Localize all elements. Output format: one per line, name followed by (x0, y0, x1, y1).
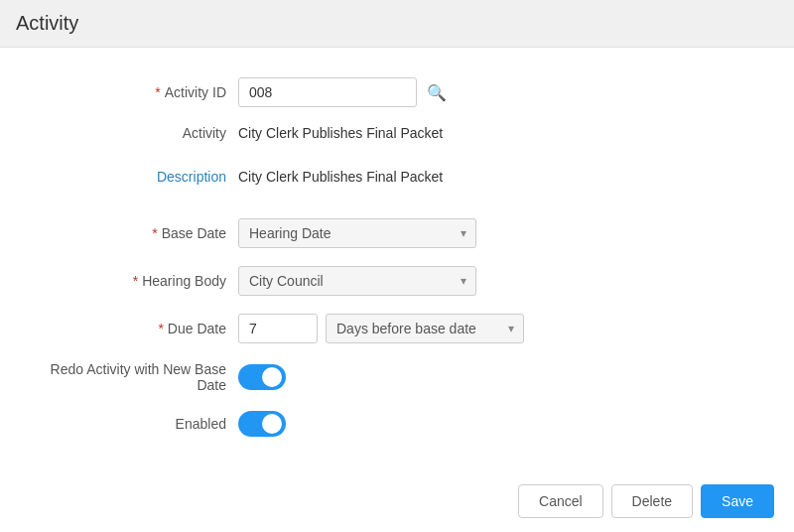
enabled-slider (238, 411, 286, 437)
description-row: Description City Clerk Publishes Final P… (0, 169, 794, 185)
due-date-input[interactable] (238, 314, 318, 343)
save-button[interactable]: Save (701, 484, 774, 518)
due-date-wrapper: Days before base date ▾ (238, 314, 524, 343)
redo-activity-label: Redo Activity with New Base Date (40, 361, 238, 393)
redo-activity-row: Redo Activity with New Base Date (0, 361, 794, 393)
footer-buttons: Cancel Delete Save (518, 484, 774, 518)
enabled-label: Enabled (40, 416, 238, 432)
due-date-unit-select[interactable]: Days before base date (326, 314, 524, 343)
search-icon: 🔍 (427, 84, 447, 101)
required-star-3: * (133, 273, 138, 289)
base-date-label: *Base Date (40, 225, 238, 241)
hearing-body-label: *Hearing Body (40, 273, 238, 289)
required-star-4: * (158, 321, 163, 336)
activity-label: Activity (40, 125, 238, 141)
title-bar: Activity (0, 0, 794, 48)
main-content: *Activity ID 🔍 Activity City Clerk Publi… (0, 48, 794, 532)
description-label: Description (40, 169, 238, 185)
base-date-select-wrapper: Hearing Date ▾ (238, 218, 476, 248)
cancel-button[interactable]: Cancel (518, 484, 603, 518)
search-button[interactable]: 🔍 (423, 81, 451, 104)
activity-id-label: *Activity ID (40, 84, 238, 100)
description-value: City Clerk Publishes Final Packet (238, 169, 443, 185)
due-date-label: *Due Date (40, 321, 238, 336)
activity-id-row: *Activity ID 🔍 (0, 77, 794, 107)
redo-activity-slider (238, 364, 286, 390)
required-star: * (155, 84, 160, 100)
due-date-select-wrapper: Days before base date ▾ (326, 314, 524, 343)
activity-value: City Clerk Publishes Final Packet (238, 125, 443, 141)
hearing-body-select[interactable]: City Council (238, 266, 476, 296)
enabled-row: Enabled (0, 411, 794, 437)
hearing-body-select-wrapper: City Council ▾ (238, 266, 476, 296)
base-date-select[interactable]: Hearing Date (238, 218, 476, 248)
required-star-2: * (152, 225, 157, 241)
redo-activity-toggle[interactable] (238, 364, 286, 390)
base-date-row: *Base Date Hearing Date ▾ (0, 218, 794, 248)
activity-row: Activity City Clerk Publishes Final Pack… (0, 125, 794, 141)
due-date-row: *Due Date Days before base date ▾ (0, 314, 794, 343)
page-title: Activity (16, 12, 778, 35)
enabled-toggle[interactable] (238, 411, 286, 437)
hearing-body-row: *Hearing Body City Council ▾ (0, 266, 794, 296)
activity-id-input[interactable] (238, 77, 417, 107)
activity-id-wrapper: 🔍 (238, 77, 451, 107)
delete-button[interactable]: Delete (611, 484, 693, 518)
